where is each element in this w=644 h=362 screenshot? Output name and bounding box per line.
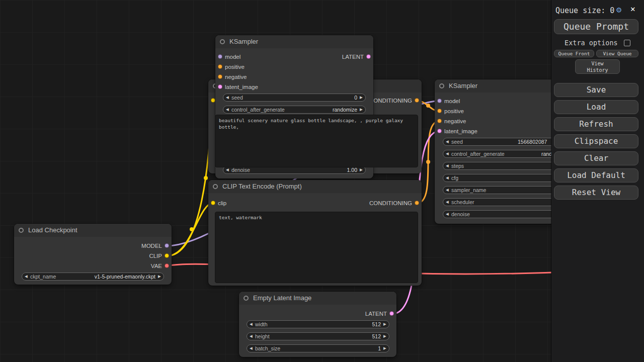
input-port-model[interactable] (218, 54, 222, 59)
input-port-positive[interactable] (437, 109, 442, 113)
seed-widget[interactable]: ◀ seed 0 ▶ (223, 94, 366, 102)
load-button[interactable]: Load (554, 100, 638, 114)
increment-arrow-icon[interactable]: ▶ (382, 345, 388, 352)
comfy-menu-panel: Queue size: 0 ⚙ ✕ Queue Prompt Extra opt… (551, 0, 644, 362)
increment-arrow-icon[interactable]: ▶ (358, 94, 364, 101)
decrement-arrow-icon[interactable]: ◀ (444, 162, 450, 169)
output-port-model[interactable] (165, 243, 169, 248)
widget-label: seed (231, 94, 243, 101)
output-label-conditioning: CONDITIONING (369, 200, 412, 207)
decrement-arrow-icon[interactable]: ◀ (224, 106, 230, 113)
decrement-arrow-icon[interactable]: ◀ (248, 321, 254, 328)
output-port-vae[interactable] (165, 263, 169, 268)
decrement-arrow-icon[interactable]: ◀ (444, 211, 450, 218)
input-port-clip[interactable] (211, 201, 215, 205)
batch-size-widget[interactable]: ◀ batch_size 1 ▶ (247, 344, 389, 352)
output-port-latent[interactable] (366, 54, 371, 59)
input-label-model: model (444, 98, 460, 105)
input-label-latent-image: latent_image (225, 83, 258, 90)
widget-value: 0 (354, 94, 357, 101)
decrement-arrow-icon[interactable]: ◀ (444, 138, 450, 145)
previous-arrow-icon[interactable]: ◀ (23, 273, 29, 280)
node-title-bar[interactable]: CLIP Text Encode (Prompt) (208, 180, 422, 193)
widget-value: 1 (378, 345, 381, 352)
widget-label: width (255, 321, 268, 328)
widget-label: denoise (231, 166, 250, 173)
widget-label: scheduler (451, 199, 474, 206)
input-port-latent-image[interactable] (218, 84, 222, 89)
increment-arrow-icon[interactable]: ▶ (358, 166, 364, 173)
refresh-button[interactable]: Refresh (554, 117, 638, 131)
decrement-arrow-icon[interactable]: ◀ (444, 174, 450, 182)
widget-label: height (255, 333, 270, 340)
clipspace-button[interactable]: Clipspace (554, 134, 638, 148)
node-status-dot (213, 184, 218, 189)
queue-size-label: Queue size: 0 (555, 6, 614, 15)
input-port-latent-image[interactable] (437, 129, 442, 133)
node-load-checkpoint[interactable]: Load Checkpoint MODEL CLIP VAE ◀ ckpt_na… (14, 224, 172, 285)
view-history-button[interactable]: View History (575, 59, 620, 74)
input-port-negative[interactable] (218, 74, 222, 79)
input-label-positive: positive (225, 63, 245, 70)
input-port-clip[interactable] (211, 98, 215, 103)
save-button[interactable]: Save (554, 83, 638, 97)
widget-label: ckpt_name (30, 273, 56, 280)
input-port-model[interactable] (437, 99, 442, 103)
gear-icon[interactable]: ⚙ (616, 5, 621, 15)
clear-button[interactable]: Clear (554, 151, 638, 165)
node-title: KSampler (449, 82, 477, 89)
decrement-arrow-icon[interactable]: ◀ (248, 345, 254, 352)
load-default-button[interactable]: Load Default (554, 168, 638, 183)
output-label-conditioning: CONDITIONING (369, 97, 412, 104)
comfyui-canvas[interactable]: { "sidebar": { "queue_size": "Queue size… (0, 0, 644, 362)
view-queue-button[interactable]: View Queue (596, 50, 638, 57)
decrement-arrow-icon[interactable]: ◀ (444, 199, 450, 206)
widget-value: 512 (372, 333, 381, 340)
decrement-arrow-icon[interactable]: ◀ (224, 166, 230, 173)
node-title: KSampler (229, 38, 258, 45)
node-title: Empty Latent Image (253, 294, 311, 302)
wire-midpoint-dot (426, 104, 430, 108)
node-title-bar[interactable]: KSampler (215, 35, 373, 48)
ckpt-name-widget[interactable]: ◀ ckpt_name v1-5-pruned-emaonly.ckpt ▶ (22, 273, 164, 281)
input-label-negative: negative (444, 118, 466, 125)
input-port-positive[interactable] (218, 64, 222, 69)
output-port-latent[interactable] (389, 311, 394, 316)
decrement-arrow-icon[interactable]: ◀ (444, 187, 450, 194)
queue-front-button[interactable]: Queue Front (554, 50, 594, 57)
widget-label: sampler_name (451, 187, 486, 194)
widget-value: randomize (333, 106, 357, 113)
node-status-dot (220, 39, 225, 44)
wire-midpoint-dot (426, 160, 430, 164)
widget-value: 1566802087 (518, 138, 547, 145)
decrement-arrow-icon[interactable]: ◀ (224, 94, 230, 101)
wire-midpoint-dot (190, 227, 194, 231)
height-widget[interactable]: ◀ height 512 ▶ (247, 332, 389, 340)
increment-arrow-icon[interactable]: ▶ (358, 106, 364, 113)
output-port-conditioning[interactable] (415, 201, 419, 205)
queue-prompt-button[interactable]: Queue Prompt (554, 19, 638, 34)
input-port-negative[interactable] (437, 119, 442, 123)
decrement-arrow-icon[interactable]: ◀ (444, 150, 450, 157)
close-icon[interactable]: ✕ (630, 4, 635, 14)
widget-label: seed (451, 138, 463, 145)
wire-midpoint-dot (204, 176, 208, 180)
node-empty-latent-image[interactable]: Empty Latent Image LATENT ◀ width 512 ▶ … (239, 292, 396, 357)
width-widget[interactable]: ◀ width 512 ▶ (247, 320, 389, 328)
control-after-generate-widget[interactable]: ◀ control_after_generate randomize ▶ (223, 106, 366, 114)
negative-prompt-textarea[interactable]: text, watermark (215, 212, 418, 283)
reset-view-button[interactable]: Reset View (554, 186, 638, 200)
next-arrow-icon[interactable]: ▶ (156, 273, 163, 280)
node-title-bar[interactable]: Load Checkpoint (14, 224, 172, 237)
output-port-clip[interactable] (165, 253, 169, 258)
increment-arrow-icon[interactable]: ▶ (382, 333, 388, 340)
output-port-conditioning[interactable] (415, 98, 419, 103)
widget-value: 1.00 (347, 166, 357, 173)
extra-options-checkbox[interactable] (624, 40, 630, 46)
decrement-arrow-icon[interactable]: ◀ (248, 333, 254, 340)
node-title-bar[interactable]: Empty Latent Image (239, 292, 396, 305)
widget-label: cfg (451, 174, 458, 182)
node-title: CLIP Text Encode (Prompt) (222, 183, 302, 190)
increment-arrow-icon[interactable]: ▶ (382, 321, 388, 328)
positive-prompt-textarea[interactable]: beautiful scenery nature glass bottle la… (215, 115, 418, 167)
